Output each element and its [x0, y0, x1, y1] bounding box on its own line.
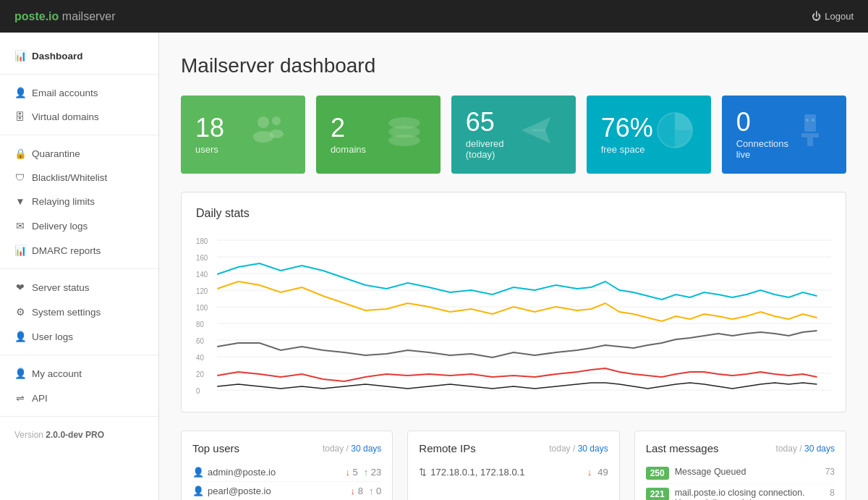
top-users-header: Top users today / 30 days [192, 442, 381, 454]
svg-text:80: 80 [196, 321, 204, 329]
sidebar-label-account: My account [32, 368, 82, 379]
stat-card-freespace: 76% free space [587, 96, 711, 174]
sidebar-label-settings: System settings [32, 307, 101, 318]
sidebar-divider-3 [0, 268, 158, 269]
stat-label-freespace: free space [601, 144, 653, 155]
svg-point-13 [806, 119, 809, 122]
svg-text:20: 20 [196, 370, 204, 378]
ip-icon-0: ⇅ [419, 467, 427, 478]
down-0: ↓ 5 [345, 467, 357, 478]
svg-point-0 [258, 116, 269, 128]
stat-number-domains: 2 [331, 115, 366, 141]
stat-number-users: 18 [195, 115, 224, 141]
svg-point-14 [812, 119, 814, 122]
sidebar-item-user-logs[interactable]: 👤 User logs [0, 324, 158, 349]
sidebar-item-relaying-limits[interactable]: ▼ Relaying limits [0, 190, 158, 213]
svg-text:160: 160 [196, 254, 208, 262]
chart-area: 0 20 40 60 80 100 120 140 160 180 [196, 231, 831, 397]
sidebar-label-blacklist: Blacklist/Whitelist [32, 172, 107, 183]
sidebar-item-my-account[interactable]: 👤 My account [0, 361, 158, 386]
down-1: ↓ 8 [351, 486, 363, 496]
sidebar-divider-2 [0, 135, 158, 135]
sidebar-label-dmarc: DMARC reports [32, 245, 101, 256]
message-row-0: 250 Message Queued 73 [646, 463, 835, 484]
message-text-0: Message Queued [675, 467, 814, 477]
navbar: poste.io mailserver ⏻ Logout [0, 0, 868, 33]
svg-text:60: 60 [196, 337, 204, 345]
connections-stat-icon [788, 109, 832, 161]
svg-text:100: 100 [196, 304, 208, 312]
message-count-1: 8 [820, 488, 835, 498]
sidebar-item-dmarc-reports[interactable]: 📊 DMARC reports [0, 238, 158, 263]
stat-card-users: 18 users [181, 96, 305, 174]
user-icon-1: 👤 [192, 486, 204, 496]
stat-number-connections: 0 [736, 109, 788, 135]
logout-button[interactable]: ⏻ Logout [812, 11, 854, 22]
page-title: Mailserver dashboard [181, 54, 846, 77]
stat-label-connections: Connections live [736, 138, 788, 160]
stat-card-delivered: 65 delivered (today) [451, 96, 576, 174]
stat-number-delivered: 65 [466, 109, 518, 135]
last-messages-30days-link[interactable]: 30 days [804, 444, 835, 454]
api-icon: ⇌ [14, 392, 26, 404]
chart-title: Daily stats [196, 207, 831, 220]
main-content: Mailserver dashboard 18 users [159, 33, 868, 500]
layout: 📊 Dashboard 👤 Email accounts 🗄 Virtual d… [0, 33, 868, 500]
svg-text:140: 140 [196, 271, 208, 279]
sidebar-item-delivery-logs[interactable]: ✉ Delivery logs [0, 213, 158, 238]
remote-ips-30days-link[interactable]: 30 days [578, 444, 608, 454]
domains-stat-icon [383, 109, 426, 161]
stat-info-connections: 0 Connections live [736, 109, 788, 160]
top-users-30days-link[interactable]: 30 days [351, 444, 381, 454]
sidebar-item-blacklist-whitelist[interactable]: 🛡 Blacklist/Whitelist [0, 166, 158, 190]
brand-highlight: poste.io [14, 10, 59, 22]
svg-text:40: 40 [196, 354, 204, 362]
filter-icon: ▼ [14, 196, 26, 207]
user-icon-0: 👤 [192, 467, 204, 478]
remote-ips-header: Remote IPs today / 30 days [419, 442, 608, 454]
sidebar-item-dashboard[interactable]: 📊 Dashboard [0, 43, 158, 68]
user-logs-icon: 👤 [14, 331, 26, 342]
top-users-links: today / 30 days [323, 444, 381, 454]
stat-info-domains: 2 domains [331, 115, 366, 155]
svg-rect-10 [804, 114, 816, 132]
stat-card-connections: 0 Connections live [722, 96, 846, 174]
freespace-stat-icon [653, 109, 697, 161]
last-messages-panel: Last messages today / 30 days 250 Messag… [634, 431, 846, 500]
ip-down-icon-0: ↓ [587, 467, 592, 478]
heart-icon: ❤ [14, 281, 26, 293]
sidebar-item-email-accounts[interactable]: 👤 Email accounts [0, 80, 158, 105]
bottom-panels: Top users today / 30 days 👤 admin@poste.… [181, 431, 846, 500]
sidebar-label-delivery: Delivery logs [32, 221, 88, 232]
sidebar-item-system-settings[interactable]: ⚙ System settings [0, 300, 158, 324]
stat-number-freespace: 76% [601, 115, 653, 141]
sidebar-item-quarantine[interactable]: 🔒 Quarantine [0, 141, 158, 166]
message-row-1: 221 mail.poste.io closing connection. Ha… [646, 484, 835, 500]
stat-label-delivered: delivered (today) [466, 138, 518, 160]
svg-point-6 [388, 135, 420, 146]
sidebar-item-virtual-domains[interactable]: 🗄 Virtual domains [0, 105, 158, 129]
stat-card-domains: 2 domains [316, 96, 441, 174]
stat-label-users: users [195, 144, 224, 155]
svg-rect-12 [807, 137, 813, 146]
sidebar-divider-5 [0, 416, 158, 417]
sidebar-item-server-status[interactable]: ❤ Server status [0, 275, 158, 300]
brand-text: mailserver [62, 10, 116, 22]
stat-info-users: 18 users [195, 115, 224, 155]
stat-label-domains: domains [331, 144, 366, 155]
svg-text:120: 120 [196, 287, 208, 295]
message-code-1: 221 [646, 488, 669, 500]
sidebar-item-api[interactable]: ⇌ API [0, 386, 158, 410]
last-messages-title: Last messages [646, 442, 719, 454]
last-messages-links: today / 30 days [776, 444, 835, 454]
sidebar-divider-1 [0, 74, 158, 75]
ip-address-0: 172.18.0.1, 172.18.0.1 [430, 467, 524, 478]
message-count-0: 73 [820, 467, 835, 477]
power-icon: ⏻ [812, 11, 821, 22]
version-label: Version 2.0.0-dev PRO [0, 423, 158, 447]
gear-icon: ⚙ [14, 306, 26, 318]
top-users-panel: Top users today / 30 days 👤 admin@poste.… [181, 431, 393, 500]
sidebar-label-server: Server status [32, 282, 90, 293]
mail-icon: ✉ [14, 220, 26, 232]
sidebar-label-api: API [32, 393, 48, 404]
